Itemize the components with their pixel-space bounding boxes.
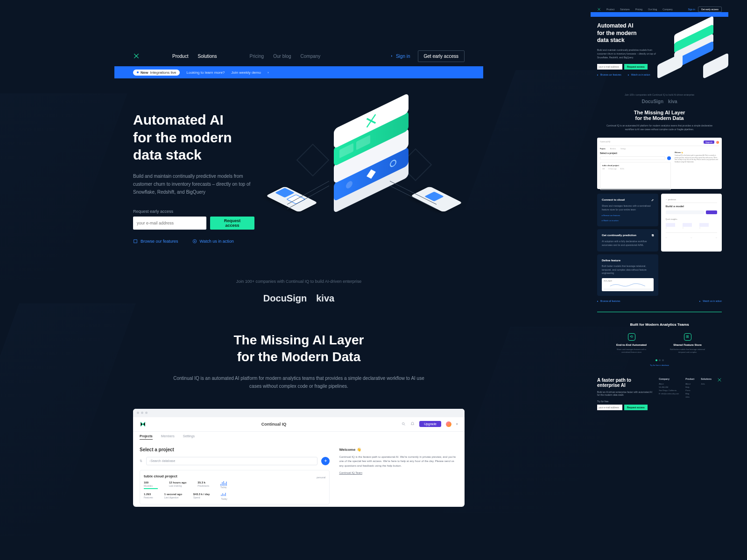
nav-company[interactable]: Company [301,54,321,59]
mini-request-button[interactable]: Request access [624,64,648,70]
nav-right: Sign in Get early access [389,50,465,62]
bell-icon[interactable] [410,422,415,426]
mini-hero-section: Product Solutions Pricing Our blog Compa… [591,0,728,85]
footer-logo [717,378,722,410]
watch-action-link[interactable]: ▸ Watch us in action [699,300,722,302]
footer-request-button[interactable]: Request access [624,405,648,410]
arrow-right-icon: › [268,70,269,75]
form-label: Request early access [133,209,254,214]
tab-settings[interactable]: Settings [183,434,195,440]
welcome-team-link[interactable]: Continual IQ Team [339,471,458,476]
watch-video-link[interactable]: Watch us in action [192,239,234,244]
project-name: tubix cloud project [144,474,177,478]
docusign-logo: DocuSign [263,293,307,304]
signup-form: Request access [133,217,254,230]
kiva-logo: kiva [316,293,334,304]
nav-product[interactable]: Product [172,54,188,59]
footer-col-company: Company About 54.434.434 San Diego, Cali… [659,378,679,410]
banner-text: Looking to learn more? [186,70,225,75]
full-page-preview: Product Solutions Pricing Our blog Compa… [591,0,728,417]
add-project-button[interactable]: + [321,457,330,465]
svg-point-2 [402,423,405,425]
hero-section: Automated AI for the modern data stack B… [114,78,483,260]
feature-cards-grid: Connect to cloud⤢ Share and manages feat… [591,194,728,296]
svg-rect-0 [134,239,137,243]
footer-col-solutions: Solutions Jobs [701,378,712,410]
browse-features-link[interactable]: Browse our features [133,239,178,244]
search-input[interactable]: ◦ Search database [146,457,317,465]
project-badge: personal [317,476,325,479]
request-access-button[interactable]: Request access [210,217,254,230]
tab-projects[interactable]: Projects [140,434,153,440]
mini-hero-title: Automated AIfor the moderndata stack [597,22,661,44]
card-define-feature: Define feature Built better models that … [597,254,658,296]
pill-dot-icon [137,71,139,73]
try-free-link[interactable]: Try for free in database [595,364,724,366]
mock-tabs: Projects Members Settings [133,432,465,442]
nav-secondary: Pricing Our blog Company [250,54,321,59]
copy-icon[interactable]: ⧉ [652,234,654,237]
footer-email-input[interactable] [597,405,622,410]
banner-pill: New Integrations live [133,70,180,76]
welcome-panel: Welcome 👋 Continual IQ is the fastest pa… [339,447,458,504]
project-stats-row1: 100Modules 12 hours agoLast training 35.… [144,481,325,489]
hero-illustration [268,111,465,251]
mini-social: Join 100+ companies with Continual IQ to… [591,90,728,108]
cta-button[interactable]: Get early access [418,50,465,62]
main-landing-panel: Product Solutions Pricing Our blog Compa… [114,46,483,559]
footer-title: A faster path toenterprise AI [597,378,653,388]
mock-window-bar [133,409,465,417]
expand-icon[interactable]: ⤢ [651,198,654,202]
divider [597,312,722,312]
signin-link[interactable]: Sign in [389,54,410,59]
sparkline-icon [220,481,234,486]
sort-icon[interactable]: ⇅ [140,459,142,463]
feature-automated: ⟲ End-to-End Automated Share and manages… [613,333,650,354]
mini-chart: churn_export [602,278,654,291]
brand-logo[interactable] [133,53,140,59]
automation-icon: ⟲ [628,333,635,341]
mini-footer: A faster path toenterprise AI Build an A… [591,371,728,417]
nav-links: Product Solutions [172,54,217,59]
mini-features-link[interactable]: ▸ Browse our features [597,73,621,76]
social-logos: DocuSign kiva [114,293,483,304]
mock-brand: Continual IQ [261,422,287,427]
carousel-pager[interactable] [595,359,724,361]
tab-members[interactable]: Members [161,434,175,440]
mini-illustration [666,22,722,78]
section-missing-layer: The Missing AI Layerfor the Modern Data … [114,332,483,390]
search-icon[interactable] [402,422,406,426]
section2-sub: Continual IQ is an automated AI platform… [170,374,427,390]
card-prediction: Get continually prediction⧉ AI adoption … [597,229,658,252]
mini-banner [591,12,728,17]
hero-title: Automated AI for the modern data stack [133,111,254,164]
banner-link[interactable]: Join weekly demo [231,70,261,75]
avatar[interactable] [446,421,451,427]
database-icon: ⊞ [684,333,691,341]
social-proof: Join 100+ companies with Continual IQ to… [114,279,483,304]
mock-logo [140,421,146,427]
chevron-down-icon[interactable]: ▾ [456,422,458,426]
features-heading: Built for Modern Analytics Teams [595,322,724,327]
nav-pricing[interactable]: Pricing [250,54,264,59]
announcement-banner[interactable]: New Integrations live Looking to learn m… [114,66,483,78]
email-input[interactable] [133,217,206,230]
footer-col-product: Product About Help Press Blog Jobs [685,378,694,410]
mini-nav: Product Solutions Pricing Our blog Compa… [597,7,722,12]
mini-email-input[interactable] [597,64,622,70]
browse-all-features-link[interactable]: ▸ Browse all features [597,300,620,302]
project-card[interactable]: tubix cloud project personal 100Modules … [140,470,330,504]
nav-blog[interactable]: Our blog [273,54,291,59]
mini-app-mock: Continual IQ Upgrade ProjectsMembersSett… [597,138,722,189]
card-link2[interactable]: ▸ Watch us in action [602,219,654,222]
top-nav: Product Solutions Pricing Our blog Compa… [114,46,483,66]
select-project-title: Select a project [140,447,330,452]
sparkline-icon [221,493,235,497]
feature-store: ⊞ Shared Feature Store Built better mode… [669,333,706,354]
card-light-prediction: ← prediction Build a model Quick insight… [661,194,722,252]
card-link[interactable]: ▸ Browse our features [602,214,654,217]
upgrade-button[interactable]: Upgrade [419,421,441,427]
nav-solutions[interactable]: Solutions [197,54,217,59]
section2-title: The Missing AI Layerfor the Modern Data [170,332,427,366]
mini-watch-link[interactable]: ▸ Watch us in action [628,73,650,76]
